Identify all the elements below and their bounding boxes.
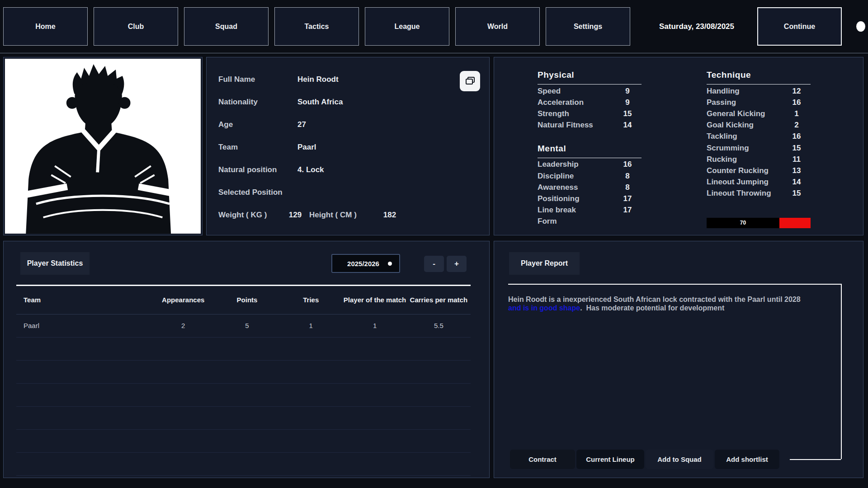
natural-position-label: Natural position — [218, 165, 297, 174]
technique-attr-row: General Kicking1 — [707, 108, 811, 119]
nav-button-world[interactable]: World — [455, 7, 540, 46]
nav-button-league[interactable]: League — [365, 7, 449, 46]
player-photo-frame — [3, 57, 203, 235]
header-appearances: Appearances — [151, 296, 215, 304]
physical-attr-value: 9 — [613, 87, 642, 96]
attributes-column-right: Technique Handling12Passing16General Kic… — [707, 57, 811, 228]
physical-attr-label: Speed — [538, 87, 613, 96]
nav-button-settings[interactable]: Settings — [546, 7, 630, 46]
technique-attr-row: Counter Rucking13 — [707, 165, 811, 176]
technique-attr-row: Tackling16 — [707, 131, 811, 142]
empty-table-row — [16, 338, 471, 361]
info-row-full-name: Full Name Hein Roodt — [207, 68, 489, 91]
cell-appearances: 2 — [151, 322, 215, 329]
info-row-age: Age 27 — [207, 113, 489, 136]
condition-bar: 70 — [707, 218, 811, 228]
season-decrease-button[interactable]: - — [424, 256, 444, 272]
technique-section-title: Technique — [707, 70, 811, 84]
physical-attr-label: Acceleration — [538, 98, 613, 107]
table-header-row: Team Appearances Points Tries Player of … — [16, 286, 471, 314]
info-row-nationality: Nationality South Africa — [207, 91, 489, 113]
technique-attr-row: Lineout Jumping14 — [707, 177, 811, 188]
mental-attr-value: 17 — [613, 206, 642, 215]
condition-bar-remainder — [779, 218, 811, 228]
empty-table-row — [16, 453, 471, 476]
technique-attr-row: Lineout Throwing15 — [707, 188, 811, 199]
mental-attr-label: Positioning — [538, 194, 613, 203]
season-selector[interactable]: 2025/2026 — [331, 254, 400, 273]
season-value: 2025/2026 — [332, 260, 388, 267]
cell-tries: 1 — [279, 322, 343, 329]
technique-attr-row: Goal Kicking2 — [707, 120, 811, 131]
team-value: Paarl — [297, 143, 316, 152]
report-text-after: . Has moderate potential for development — [580, 304, 724, 312]
technique-attr-value: 15 — [783, 189, 811, 198]
add-to-squad-button[interactable]: Add to Squad — [646, 450, 713, 469]
mental-attr-value: 8 — [613, 183, 642, 192]
physical-attr-label: Natural Fitness — [538, 121, 613, 130]
form-label: Form — [538, 217, 613, 226]
physical-attr-value: 14 — [613, 121, 642, 130]
technique-attr-value: 12 — [783, 87, 811, 96]
empty-table-row — [16, 361, 471, 384]
height-label: Height ( CM ) — [309, 211, 368, 220]
team-label: Team — [218, 143, 297, 152]
technique-attr-label: Lineout Jumping — [707, 178, 783, 187]
weight-value: 129 — [284, 211, 307, 220]
report-text-highlight: and is in good shape — [508, 304, 580, 312]
technique-attr-label: Lineout Throwing — [707, 189, 783, 198]
technique-rows: Handling12Passing16General Kicking1Goal … — [707, 85, 811, 199]
cell-team: Paarl — [16, 322, 151, 329]
technique-attr-row: Passing16 — [707, 97, 811, 108]
mental-attr-label: Leadership — [538, 160, 613, 169]
technique-attr-value: 13 — [783, 166, 811, 175]
nationality-value: South Africa — [297, 98, 343, 107]
top-nav-bar: Home Club Squad Tactics League World Set… — [3, 7, 865, 46]
info-row-team: Team Paarl — [207, 136, 489, 159]
age-value: 27 — [297, 120, 306, 129]
height-value: 182 — [378, 211, 401, 220]
empty-table-row — [16, 407, 471, 430]
physical-attr-row: Natural Fitness14 — [538, 120, 642, 131]
header-team: Team — [16, 296, 151, 304]
technique-attr-value: 14 — [783, 178, 811, 187]
mental-attr-row: Discipline8 — [538, 170, 642, 182]
nav-button-club[interactable]: Club — [94, 7, 178, 46]
technique-attr-label: Scrumming — [707, 144, 783, 153]
technique-attr-label: Rucking — [707, 155, 783, 164]
nationality-label: Nationality — [218, 98, 297, 107]
nav-button-tactics[interactable]: Tactics — [274, 7, 359, 46]
technique-attr-row: Rucking11 — [707, 154, 811, 165]
physical-attr-row: Acceleration9 — [538, 97, 642, 108]
full-name-label: Full Name — [218, 75, 297, 84]
mental-attr-label: Line break — [538, 206, 613, 215]
attr-row-form: Form — [538, 216, 642, 227]
physical-attr-row: Speed9 — [538, 85, 642, 97]
nav-button-home[interactable]: Home — [3, 7, 88, 46]
player-report-title: Player Report — [509, 252, 580, 275]
technique-attr-label: Tackling — [707, 132, 783, 141]
physical-section-title: Physical — [538, 70, 642, 84]
technique-attr-value: 16 — [783, 132, 811, 141]
selected-position-label: Selected Position — [218, 188, 297, 197]
mental-attr-label: Discipline — [538, 172, 613, 181]
technique-attr-value: 1 — [783, 109, 811, 118]
mental-attr-row: Awareness8 — [538, 182, 642, 193]
dot-icon — [388, 262, 392, 266]
season-increase-button[interactable]: + — [447, 256, 467, 272]
report-text-before: Hein Roodt is a inexperienced South Afri… — [508, 296, 801, 303]
current-lineup-button[interactable]: Current Lineup — [576, 450, 644, 469]
table-row: Paarl 2 5 1 1 5.5 — [16, 314, 471, 338]
mental-attr-row: Positioning17 — [538, 193, 642, 204]
report-text: Hein Roodt is a inexperienced South Afri… — [508, 285, 841, 312]
add-shortlist-button[interactable]: Add shortlist — [715, 450, 779, 469]
continue-button[interactable]: Continue — [757, 7, 842, 46]
nav-button-squad[interactable]: Squad — [184, 7, 269, 46]
attributes-column-left: Physical Speed9Acceleration9Strength15Na… — [538, 57, 642, 227]
technique-attr-value: 16 — [783, 98, 811, 107]
contract-button[interactable]: Contract — [510, 450, 575, 469]
header-points: Points — [215, 296, 279, 304]
mental-rows: Leadership16Discipline8Awareness8Positio… — [538, 159, 642, 216]
technique-attr-row: Scrumming15 — [707, 142, 811, 154]
current-date-label: Saturday, 23/08/2025 — [636, 22, 757, 31]
